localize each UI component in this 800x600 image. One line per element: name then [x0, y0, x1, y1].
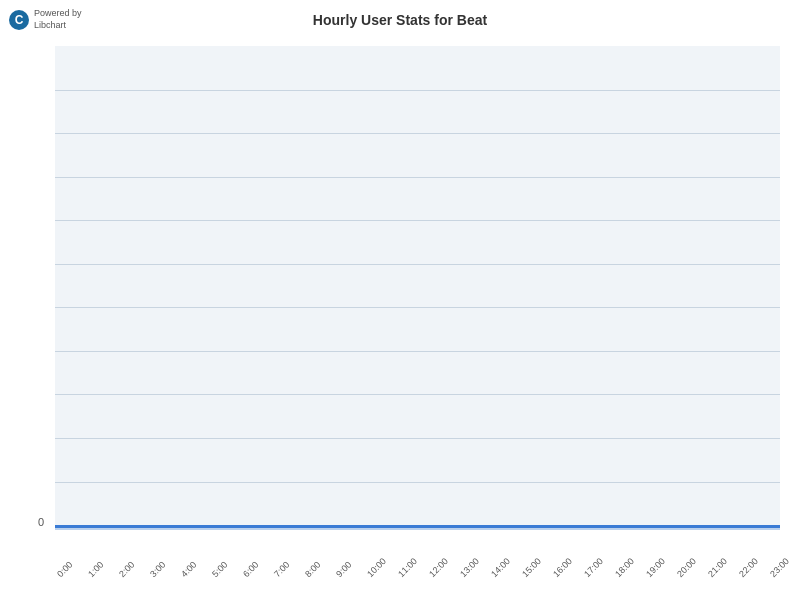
x-label-11: 11:00: [396, 564, 412, 580]
chart-title: Hourly User Stats for Beat: [0, 12, 800, 28]
y-axis-zero: 0: [38, 516, 44, 528]
x-label-22: 22:00: [737, 564, 753, 580]
x-label-20: 20:00: [675, 564, 691, 580]
x-label-3: 3:00: [148, 564, 164, 580]
x-label-23: 23:00: [768, 564, 784, 580]
grid-line: [55, 307, 780, 308]
x-label-18: 18:00: [613, 564, 629, 580]
x-label-4: 4:00: [179, 564, 195, 580]
x-label-12: 12:00: [427, 564, 443, 580]
x-label-6: 6:00: [241, 564, 257, 580]
grid-line: [55, 438, 780, 439]
data-series-fill: [55, 525, 780, 530]
x-label-21: 21:00: [706, 564, 722, 580]
grid-line: [55, 482, 780, 483]
grid-line: [55, 177, 780, 178]
x-label-16: 16:00: [551, 564, 567, 580]
x-label-7: 7:00: [272, 564, 288, 580]
chart-container: C Powered by Libchart Hourly User Stats …: [0, 0, 800, 600]
grid-line: [55, 351, 780, 352]
x-label-19: 19:00: [644, 564, 660, 580]
x-label-14: 14:00: [489, 564, 505, 580]
grid-line: [55, 394, 780, 395]
grid-line: [55, 264, 780, 265]
x-label-9: 9:00: [334, 564, 350, 580]
grid-line: [55, 90, 780, 91]
x-label-15: 15:00: [520, 564, 536, 580]
x-label-2: 2:00: [117, 564, 133, 580]
x-label-5: 5:00: [210, 564, 226, 580]
grid-line: [55, 133, 780, 134]
x-label-10: 10:00: [365, 564, 381, 580]
chart-background: [55, 46, 780, 530]
x-label-13: 13:00: [458, 564, 474, 580]
x-label-0: 0:00: [55, 564, 71, 580]
grid-line: [55, 220, 780, 221]
x-axis: 0:00 1:00 2:00 3:00 4:00 5:00 6:00 7:00 …: [55, 572, 780, 582]
x-label-8: 8:00: [303, 564, 319, 580]
x-label-1: 1:00: [86, 564, 102, 580]
chart-area: [55, 46, 780, 530]
x-label-17: 17:00: [582, 564, 598, 580]
